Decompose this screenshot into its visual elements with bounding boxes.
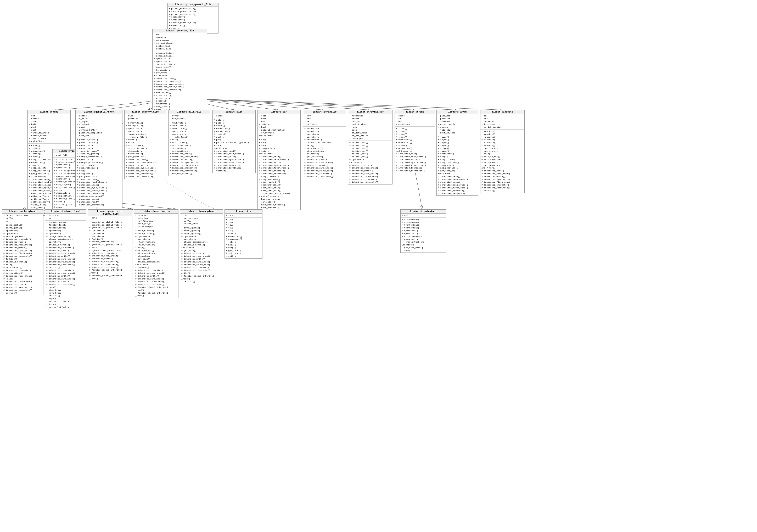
box-title-memory-file: libdar::memory_file <box>125 110 166 114</box>
box-attrs-tuyau-global: - ptr - current_pos - buffer - buffer_si… <box>180 213 223 226</box>
box-title-cache-global: libdar::cache_global <box>2 210 43 213</box>
box-attrs-memory-file: - data - position <box>125 114 166 121</box>
box-methods-tlv: + tlv() + tlv() + tlv() + tlv() + tlv() … <box>225 218 262 258</box>
box-attrs-generic-file: - rw - checksum - terminated - no_read_a… <box>153 33 207 51</box>
box-pile: libdar::pile - stack + pile() + pile() +… <box>212 110 256 173</box>
box-attrs-hash-fichier: - hash_ref - only_hash - ref_filename - … <box>134 213 178 229</box>
box-attrs-generic-rsync: - status - x_below - x_input - x_output … <box>76 114 122 138</box>
box-methods-tuyau-global: + tuyau_global() + tuyau_global() + tuya… <box>180 226 223 284</box>
box-trontextual: libdar::trontextual - ref + trontextual(… <box>400 209 446 253</box>
box-tuyau: libdar::tuyau - pipe_mode - position - f… <box>437 110 478 196</box>
box-methods-generic-rsync: + generic_rsync() + generic_rsync() + op… <box>76 138 122 207</box>
box-attrs-scrambler: - key - len - ref - buf_size <box>303 114 346 127</box>
box-title-cache: libdar::cache <box>28 110 70 114</box>
box-title-zapette: libdar::zapette <box>480 110 524 114</box>
box-methods-zapette: + zapette() + zapette() + ~zapette() + ~… <box>480 130 524 193</box>
box-methods-generic-to-global: + generic_to_global_file() + generic_to_… <box>88 220 132 281</box>
box-methods-sar: + sar() + sar() + sar() + skippable() + … <box>258 138 300 210</box>
box-hash-fichier: libdar::hash_fichier - hash_ref - only_h… <box>134 209 178 298</box>
box-cache-global: libdar::cache_global - default_cache_siz… <box>2 209 44 295</box>
box-attrs-zapette: - in - out - position - file_size - seri… <box>480 114 524 130</box>
box-methods-fichier-local: + fichier_local() + fichier_local() + fi… <box>45 221 86 309</box>
box-null-file: libdar::null_file - offset - max_offset … <box>168 110 210 176</box>
box-methods-hash-fichier: + hash_fichier() + hash_fichier() + oper… <box>134 229 178 298</box>
box-methods-trivial-sar: + trivial_sar() + trivial_sar() + trivia… <box>348 141 392 184</box>
box-title-trivial-sar: libdar::trivial_sar <box>348 110 392 114</box>
box-methods-tuyau: + tuyau() + tuyau() + tuyau() + tuyau() … <box>437 135 478 196</box>
box-title-hash-fichier: libdar::hash_fichier <box>134 210 178 213</box>
box-sar: libdar::sar - entr - base - ext - slicin… <box>257 110 301 210</box>
box-title-null-file: libdar::null_file <box>168 110 210 114</box>
box-attrs-sar: - entr - base - ext - slicing - hash - n… <box>258 114 300 138</box>
box-attrs-trivial-sar: - reference - offset - cur_pos - end_of_… <box>348 114 392 141</box>
box-attrs-pile: - stack <box>213 114 256 118</box>
box-scrambler: libdar::scrambler - key - len - ref - bu… <box>303 110 346 179</box>
box-methods-pile: + pile() + pile() + ~pile() + operator=(… <box>213 118 256 173</box>
box-title-sar: libdar::sar <box>258 110 300 114</box>
box-attrs-cache-global: - default_cache_size - buffer - wr <box>2 213 43 223</box>
box-generic-file: libdar::generic_file - rw - checksum - t… <box>152 29 207 112</box>
box-methods-generic-file: + generic_file() + generic_file() + oper… <box>153 51 207 112</box>
box-title-generic-file: libdar::generic_file <box>153 29 207 33</box>
diagram-container: libdar::proto_generic_file + proto_gener… <box>0 0 757 532</box>
box-methods-scrambler: + scrambler() + scrambler() + operator=(… <box>303 127 346 178</box>
box-methods-trontextual: + trontextual() + trontextual() + tronte… <box>401 218 446 253</box>
box-title-generic-rsync: libdar::generic_rsync <box>76 110 122 114</box>
box-methods-memory-file: + memory_file() + memory_file() + operat… <box>125 121 166 179</box>
box-title-proto-generic-file: libdar::proto_generic_file <box>168 3 218 7</box>
box-attrs-generic-to-global: - data <box>88 216 132 220</box>
box-methods-null-file: + null_file() + null_file() + ~null_file… <box>168 121 210 176</box>
box-title-tronc: libdar::tronc <box>395 110 435 114</box>
box-attrs-tronc: - start - sz - modi - check_pos <box>395 114 435 127</box>
box-tlv: libdar::tlv - type + tlv() + tlv() + tlv… <box>225 209 262 259</box>
box-attrs-null-file: - offset - max_offset <box>168 114 210 121</box>
box-attrs-fichier-local: - filedesc - adv <box>45 213 86 221</box>
box-fichier-local: libdar::fichier_local - filedesc - adv +… <box>45 209 86 309</box>
box-attrs-tuyau: - pipe_mode - position - filedesc - othe… <box>437 114 478 135</box>
box-title-pile: libdar::pile <box>213 110 256 114</box>
box-memory-file: libdar::memory_file - data - position + … <box>124 110 166 179</box>
box-attrs-tlv: - type <box>225 213 262 218</box>
box-zapette: libdar::zapette - in - out - position - … <box>480 110 525 193</box>
box-tronc: libdar::tronc - start - sz - modi - chec… <box>395 110 435 173</box>
box-trivial-sar: libdar::trivial_sar - reference - offset… <box>348 110 392 184</box>
box-attrs-cache: - ref - buffer - first - half - next - l… <box>28 114 70 144</box>
box-generic-rsync: libdar::generic_rsync - status - x_below… <box>76 110 122 207</box>
box-tuyau-global: libdar::tuyau_global - ptr - current_pos… <box>180 209 223 284</box>
box-title-tuyau: libdar::tuyau <box>437 110 478 114</box>
box-title-tlv: libdar::tlv <box>225 210 262 213</box>
box-methods-tronc: + tronc() + tronc() + tronc() + tronc() … <box>395 127 435 173</box>
box-title-tuyau-global: libdar::tuyau_global <box>180 210 223 213</box>
box-title-trontextual: libdar::trontextual <box>401 210 446 213</box>
box-title-generic-to-global: libdar::generic_to__global_file <box>88 210 132 216</box>
box-title-fichier-local: libdar::fichier_local <box>45 210 86 213</box>
box-attrs-trontextual: - ref <box>401 213 446 218</box>
box-methods-cache-global: + cache_global() + cache_global() + oper… <box>2 223 43 295</box>
box-generic-to-global: libdar::generic_to__global_file - data +… <box>88 209 133 281</box>
box-title-scrambler: libdar::scrambler <box>303 110 346 114</box>
